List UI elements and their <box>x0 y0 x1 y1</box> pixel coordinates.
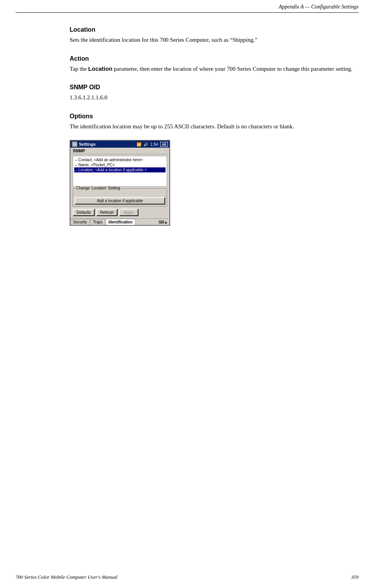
title-bar-ok-button[interactable]: ok <box>160 142 168 147</box>
tab-identification[interactable]: Identification <box>106 219 135 225</box>
title-bar-left: ⊞ Settings <box>72 141 96 147</box>
tree-item-name-label: Name, <Pocket_PC> <box>79 163 115 167</box>
title-bar-title: Settings <box>79 142 96 147</box>
tree-dash-contact: – <box>75 158 77 162</box>
main-content: Location Sets the identification locatio… <box>70 15 359 226</box>
action-body: Tap the Location parameter, then enter t… <box>70 65 359 73</box>
footer-right: 359 <box>351 574 359 580</box>
tree-item-name[interactable]: – Name, <Pocket_PC> <box>74 162 166 167</box>
action-body-suffix: parameter, then enter the location of wh… <box>113 66 353 72</box>
change-group-label: Change 'Location' Setting <box>75 186 121 190</box>
title-bar-time: 1:54 <box>150 142 158 147</box>
title-bar-sound-icon: 🔊 <box>143 142 148 147</box>
header-text: Appendix A — Configurable Settings <box>279 4 359 10</box>
change-location-group: Change 'Location' Setting Add a location… <box>73 188 167 206</box>
tree-item-contact[interactable]: – Contact, <Add an administrator here> <box>74 157 166 162</box>
footer-left: 700 Series Color Mobile Computer User's … <box>15 574 118 580</box>
tree-dash-location: – <box>75 168 77 172</box>
device-screen: ⊞ Settings 📶 🔊 1:54 ok SNMP – Contact, <… <box>70 140 170 226</box>
refresh-button[interactable]: Refresh <box>96 209 118 216</box>
snmp-oid-heading: SNMP OID <box>70 84 359 91</box>
header-rule <box>15 12 359 13</box>
tree-item-location-label: Location, <Add a location if applicable … <box>79 168 147 172</box>
snmp-oid-body: 1.3.6.1.2.1.1.6.0 <box>70 93 359 102</box>
action-body-prefix: Tap the <box>70 66 88 72</box>
tab-security[interactable]: Security <box>70 219 90 225</box>
title-bar-icon: ⊞ <box>72 141 77 147</box>
page-footer: 700 Series Color Mobile Computer User's … <box>0 574 374 580</box>
tab-traps[interactable]: Traps <box>90 219 105 225</box>
action-heading: Action <box>70 55 359 62</box>
buttons-row: Defaults Refresh Apply <box>73 208 167 217</box>
tree-item-location[interactable]: – Location, <Add a location if applicabl… <box>74 167 166 172</box>
location-body: Sets the identification location for thi… <box>70 36 359 44</box>
title-bar-signal-icon: 📶 <box>137 142 141 147</box>
bottom-tabs: Security Traps Identification ⌨▲ <box>70 218 169 225</box>
title-bar: ⊞ Settings 📶 🔊 1:54 ok <box>70 141 169 148</box>
snmp-section-label: SNMP <box>70 148 169 154</box>
options-body: The identification location may be up to… <box>70 122 359 131</box>
tree-dash-name: – <box>75 163 77 167</box>
action-body-bold: Location <box>88 65 113 72</box>
defaults-button[interactable]: Defaults <box>73 209 95 216</box>
options-heading: Options <box>70 113 359 120</box>
keyboard-icon[interactable]: ⌨▲ <box>157 219 169 225</box>
title-bar-right: 📶 🔊 1:54 ok <box>137 142 168 147</box>
page-header: Appendix A — Configurable Settings <box>279 4 359 10</box>
location-heading: Location <box>70 26 359 33</box>
tree-list[interactable]: – Contact, <Add an administrator here> –… <box>73 156 167 187</box>
apply-button[interactable]: Apply <box>119 209 138 216</box>
tree-item-contact-label: Contact, <Add an administrator here> <box>79 158 143 162</box>
location-input-button[interactable]: Add a location if applicable <box>75 197 165 205</box>
screenshot-container: ⊞ Settings 📶 🔊 1:54 ok SNMP – Contact, <… <box>70 140 170 226</box>
